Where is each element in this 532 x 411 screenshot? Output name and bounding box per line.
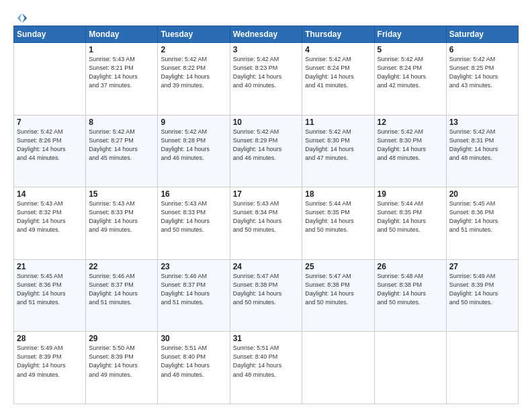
calendar-cell: 16Sunrise: 5:43 AM Sunset: 8:33 PM Dayli… bbox=[158, 187, 230, 260]
day-info: Sunrise: 5:49 AM Sunset: 8:39 PM Dayligh… bbox=[17, 344, 83, 379]
day-info: Sunrise: 5:50 AM Sunset: 8:39 PM Dayligh… bbox=[89, 344, 154, 379]
day-info: Sunrise: 5:44 AM Sunset: 8:35 PM Dayligh… bbox=[378, 199, 443, 234]
day-info: Sunrise: 5:42 AM Sunset: 8:22 PM Dayligh… bbox=[161, 55, 226, 90]
day-number: 24 bbox=[233, 262, 300, 271]
calendar-cell bbox=[446, 332, 518, 404]
calendar-cell: 3Sunrise: 5:42 AM Sunset: 8:23 PM Daylig… bbox=[230, 43, 302, 116]
day-info: Sunrise: 5:42 AM Sunset: 8:25 PM Dayligh… bbox=[449, 55, 515, 90]
calendar-cell: 4Sunrise: 5:42 AM Sunset: 8:24 PM Daylig… bbox=[302, 43, 374, 116]
day-info: Sunrise: 5:45 AM Sunset: 8:36 PM Dayligh… bbox=[17, 272, 83, 307]
calendar-week-row: 14Sunrise: 5:43 AM Sunset: 8:32 PM Dayli… bbox=[14, 187, 519, 260]
day-number: 16 bbox=[161, 189, 226, 199]
calendar-cell: 30Sunrise: 5:51 AM Sunset: 8:40 PM Dayli… bbox=[158, 332, 230, 404]
logo-icon bbox=[16, 12, 28, 24]
day-number: 6 bbox=[449, 45, 515, 54]
day-header-friday: Friday bbox=[374, 26, 446, 43]
day-info: Sunrise: 5:42 AM Sunset: 8:29 PM Dayligh… bbox=[233, 128, 300, 163]
day-info: Sunrise: 5:49 AM Sunset: 8:39 PM Dayligh… bbox=[449, 272, 515, 307]
day-info: Sunrise: 5:43 AM Sunset: 8:21 PM Dayligh… bbox=[89, 55, 154, 90]
calendar-cell: 17Sunrise: 5:43 AM Sunset: 8:34 PM Dayli… bbox=[230, 187, 302, 260]
day-info: Sunrise: 5:47 AM Sunset: 8:38 PM Dayligh… bbox=[233, 272, 300, 307]
day-info: Sunrise: 5:42 AM Sunset: 8:23 PM Dayligh… bbox=[233, 55, 300, 90]
day-number: 26 bbox=[378, 262, 443, 271]
calendar-cell: 12Sunrise: 5:42 AM Sunset: 8:30 PM Dayli… bbox=[374, 115, 446, 187]
logo bbox=[13, 12, 28, 21]
calendar-cell: 27Sunrise: 5:49 AM Sunset: 8:39 PM Dayli… bbox=[446, 259, 518, 332]
day-number: 20 bbox=[449, 189, 515, 199]
day-header-monday: Monday bbox=[86, 26, 158, 43]
day-header-wednesday: Wednesday bbox=[230, 26, 302, 43]
day-number: 29 bbox=[89, 334, 154, 343]
calendar-cell: 15Sunrise: 5:43 AM Sunset: 8:33 PM Dayli… bbox=[86, 187, 158, 260]
calendar-cell: 14Sunrise: 5:43 AM Sunset: 8:32 PM Dayli… bbox=[14, 187, 86, 260]
day-number: 12 bbox=[378, 118, 443, 127]
day-info: Sunrise: 5:43 AM Sunset: 8:32 PM Dayligh… bbox=[17, 199, 83, 234]
day-number: 7 bbox=[17, 118, 83, 127]
calendar-week-row: 21Sunrise: 5:45 AM Sunset: 8:36 PM Dayli… bbox=[14, 259, 519, 332]
calendar-cell: 2Sunrise: 5:42 AM Sunset: 8:22 PM Daylig… bbox=[158, 43, 230, 116]
day-number: 5 bbox=[378, 45, 443, 54]
calendar-cell: 13Sunrise: 5:42 AM Sunset: 8:31 PM Dayli… bbox=[446, 115, 518, 187]
page: SundayMondayTuesdayWednesdayThursdayFrid… bbox=[0, 0, 532, 411]
calendar-cell: 20Sunrise: 5:45 AM Sunset: 8:36 PM Dayli… bbox=[446, 187, 518, 260]
calendar-cell bbox=[14, 43, 86, 116]
day-number: 25 bbox=[305, 262, 371, 271]
day-number: 28 bbox=[17, 334, 83, 343]
day-number: 11 bbox=[305, 118, 371, 127]
svg-marker-0 bbox=[22, 13, 27, 23]
calendar-cell: 11Sunrise: 5:42 AM Sunset: 8:30 PM Dayli… bbox=[302, 115, 374, 187]
day-info: Sunrise: 5:42 AM Sunset: 8:30 PM Dayligh… bbox=[305, 128, 371, 163]
svg-marker-1 bbox=[17, 13, 22, 23]
day-info: Sunrise: 5:51 AM Sunset: 8:40 PM Dayligh… bbox=[161, 344, 226, 379]
calendar-cell: 29Sunrise: 5:50 AM Sunset: 8:39 PM Dayli… bbox=[86, 332, 158, 404]
day-number: 9 bbox=[161, 118, 226, 127]
day-number: 8 bbox=[89, 118, 154, 127]
day-number: 19 bbox=[378, 189, 443, 199]
day-number: 23 bbox=[161, 262, 226, 271]
calendar-cell: 25Sunrise: 5:47 AM Sunset: 8:38 PM Dayli… bbox=[302, 259, 374, 332]
calendar-week-row: 7Sunrise: 5:42 AM Sunset: 8:26 PM Daylig… bbox=[14, 115, 519, 187]
calendar-week-row: 28Sunrise: 5:49 AM Sunset: 8:39 PM Dayli… bbox=[14, 332, 519, 404]
calendar-cell: 31Sunrise: 5:51 AM Sunset: 8:40 PM Dayli… bbox=[230, 332, 302, 404]
calendar-table: SundayMondayTuesdayWednesdayThursdayFrid… bbox=[13, 26, 519, 404]
day-info: Sunrise: 5:42 AM Sunset: 8:31 PM Dayligh… bbox=[449, 128, 515, 163]
day-info: Sunrise: 5:46 AM Sunset: 8:37 PM Dayligh… bbox=[161, 272, 226, 307]
day-number: 14 bbox=[17, 189, 83, 199]
day-number: 22 bbox=[89, 262, 154, 271]
day-info: Sunrise: 5:43 AM Sunset: 8:34 PM Dayligh… bbox=[233, 199, 300, 234]
day-number: 2 bbox=[161, 45, 226, 54]
calendar-cell: 19Sunrise: 5:44 AM Sunset: 8:35 PM Dayli… bbox=[374, 187, 446, 260]
day-info: Sunrise: 5:42 AM Sunset: 8:24 PM Dayligh… bbox=[305, 55, 371, 90]
day-info: Sunrise: 5:42 AM Sunset: 8:27 PM Dayligh… bbox=[89, 128, 154, 163]
calendar-cell: 24Sunrise: 5:47 AM Sunset: 8:38 PM Dayli… bbox=[230, 259, 302, 332]
day-info: Sunrise: 5:45 AM Sunset: 8:36 PM Dayligh… bbox=[449, 199, 515, 234]
day-number: 10 bbox=[233, 118, 300, 127]
calendar-cell: 6Sunrise: 5:42 AM Sunset: 8:25 PM Daylig… bbox=[446, 43, 518, 116]
calendar-cell: 28Sunrise: 5:49 AM Sunset: 8:39 PM Dayli… bbox=[14, 332, 86, 404]
calendar-cell: 5Sunrise: 5:42 AM Sunset: 8:24 PM Daylig… bbox=[374, 43, 446, 116]
day-header-tuesday: Tuesday bbox=[158, 26, 230, 43]
day-header-thursday: Thursday bbox=[302, 26, 374, 43]
day-info: Sunrise: 5:51 AM Sunset: 8:40 PM Dayligh… bbox=[233, 344, 300, 379]
calendar-cell: 26Sunrise: 5:48 AM Sunset: 8:38 PM Dayli… bbox=[374, 259, 446, 332]
day-number: 13 bbox=[449, 118, 515, 127]
calendar-header-row: SundayMondayTuesdayWednesdayThursdayFrid… bbox=[14, 26, 519, 43]
calendar-cell: 10Sunrise: 5:42 AM Sunset: 8:29 PM Dayli… bbox=[230, 115, 302, 187]
day-info: Sunrise: 5:42 AM Sunset: 8:26 PM Dayligh… bbox=[17, 128, 83, 163]
day-number: 4 bbox=[305, 45, 371, 54]
day-number: 31 bbox=[233, 334, 300, 343]
day-number: 15 bbox=[89, 189, 154, 199]
calendar-week-row: 1Sunrise: 5:43 AM Sunset: 8:21 PM Daylig… bbox=[14, 43, 519, 116]
day-header-sunday: Sunday bbox=[14, 26, 86, 43]
day-info: Sunrise: 5:44 AM Sunset: 8:35 PM Dayligh… bbox=[305, 199, 371, 234]
calendar-cell: 1Sunrise: 5:43 AM Sunset: 8:21 PM Daylig… bbox=[86, 43, 158, 116]
calendar-cell: 23Sunrise: 5:46 AM Sunset: 8:37 PM Dayli… bbox=[158, 259, 230, 332]
calendar-cell: 22Sunrise: 5:46 AM Sunset: 8:37 PM Dayli… bbox=[86, 259, 158, 332]
calendar-cell: 9Sunrise: 5:42 AM Sunset: 8:28 PM Daylig… bbox=[158, 115, 230, 187]
calendar-cell: 8Sunrise: 5:42 AM Sunset: 8:27 PM Daylig… bbox=[86, 115, 158, 187]
calendar-cell: 18Sunrise: 5:44 AM Sunset: 8:35 PM Dayli… bbox=[302, 187, 374, 260]
header bbox=[13, 12, 519, 21]
day-number: 18 bbox=[305, 189, 371, 199]
calendar-cell bbox=[302, 332, 374, 404]
day-info: Sunrise: 5:47 AM Sunset: 8:38 PM Dayligh… bbox=[305, 272, 371, 307]
